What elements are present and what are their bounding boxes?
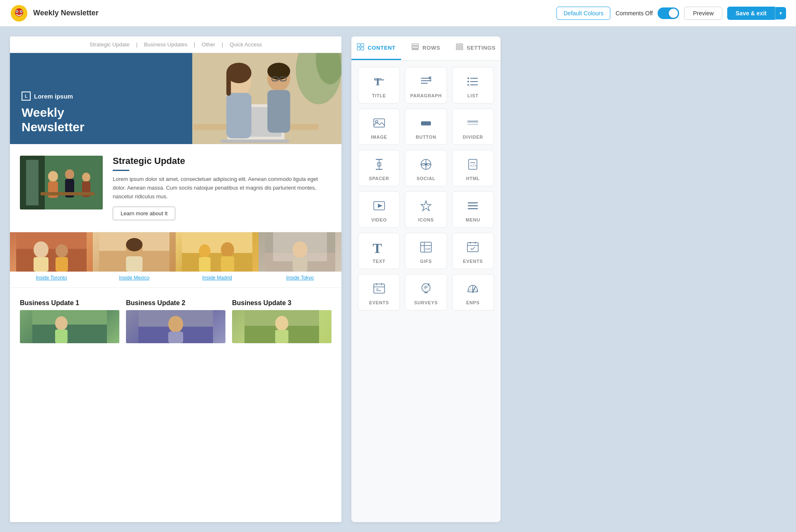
nav-link-quick[interactable]: Quick Access <box>230 41 262 48</box>
content-item-events[interactable]: EVENTS <box>452 233 494 269</box>
comments-toggle[interactable] <box>658 7 679 19</box>
svg-point-39 <box>56 244 68 258</box>
video-icon <box>373 198 386 213</box>
svg-point-37 <box>34 241 48 258</box>
spacer-icon <box>373 157 386 172</box>
svg-rect-34 <box>41 192 94 195</box>
business-title-2: Business Update 2 <box>126 299 225 307</box>
spacer-label: SPACER <box>369 176 389 181</box>
rows-tab-icon <box>411 43 419 52</box>
svg-marker-108 <box>421 201 431 211</box>
learn-more-button[interactable]: Learn more about It <box>113 207 175 220</box>
nav-link-strategic[interactable]: Strategic Update <box>90 41 130 48</box>
tab-rows[interactable]: ROWS <box>401 36 451 60</box>
content-item-enps[interactable]: ENPS <box>452 274 494 311</box>
mexico-image <box>93 232 176 272</box>
events2-icon <box>373 281 386 296</box>
gifs-label: GIFS <box>420 259 432 264</box>
toronto-label[interactable]: Inside Toronto <box>36 275 67 281</box>
content-item-image[interactable]: IMAGE <box>358 108 400 145</box>
tab-settings[interactable]: SETTINGS <box>451 36 501 60</box>
gifs-icon: GIF <box>419 240 433 255</box>
content-item-video[interactable]: VIDEO <box>358 191 400 228</box>
email-header: L Lorem ipsum Weekly Newsletter <box>10 53 341 144</box>
content-item-html[interactable]: </> HTML <box>452 150 494 186</box>
svg-rect-77 <box>456 46 463 48</box>
video-label: VIDEO <box>371 217 387 222</box>
svg-rect-73 <box>412 44 419 46</box>
content-item-events2[interactable]: EVENTS <box>358 274 400 311</box>
svg-rect-47 <box>182 253 252 272</box>
svg-rect-58 <box>32 325 107 343</box>
right-panel: CONTENT ROWS <box>351 36 501 522</box>
svg-text:GIF: GIF <box>425 247 431 251</box>
grid-item-tokyo: Inside Tokyo <box>259 232 341 287</box>
button-icon <box>419 116 433 130</box>
svg-rect-38 <box>34 257 48 272</box>
svg-point-88 <box>467 77 469 79</box>
svg-rect-13 <box>221 140 289 143</box>
madrid-image <box>176 232 259 272</box>
header-logo: L Lorem ipsum <box>22 91 181 101</box>
nav-logo-area: Weekly Newsletter <box>10 4 556 22</box>
svg-point-45 <box>126 238 143 251</box>
content-item-divider[interactable]: DIVIDER <box>452 108 494 145</box>
tokyo-label[interactable]: Inside Tokyo <box>286 275 314 281</box>
svg-point-30 <box>65 169 74 179</box>
html-icon: </> <box>466 157 479 172</box>
save-dropdown-button[interactable]: ▾ <box>775 7 786 19</box>
text-icon: T <box>372 240 387 255</box>
svg-rect-76 <box>456 44 463 45</box>
content-tab-icon <box>357 43 364 52</box>
email-nav-bar: Strategic Update | Business Updates | Ot… <box>10 36 341 53</box>
content-item-social[interactable]: SOCIAL <box>405 150 447 186</box>
strategic-title-underline <box>113 170 129 171</box>
events-label: EVENTS <box>463 259 483 264</box>
business-image-2 <box>126 310 225 343</box>
svg-text:¶: ¶ <box>428 76 432 82</box>
nav-link-other[interactable]: Other <box>202 41 215 48</box>
business-item-3: Business Update 3 <box>232 299 331 343</box>
html-label: HTML <box>466 176 480 181</box>
rows-tab-label: ROWS <box>422 45 440 51</box>
content-item-menu[interactable]: MENU <box>452 191 494 228</box>
save-exit-button[interactable]: Save & exit <box>727 7 775 20</box>
toggle-switch[interactable] <box>658 7 679 19</box>
nav-link-business[interactable]: Business Updates <box>144 41 187 48</box>
content-item-text[interactable]: T TEXT <box>358 233 400 269</box>
madrid-label[interactable]: Inside Madrid <box>202 275 232 281</box>
content-tab-label: CONTENT <box>368 45 395 51</box>
divider-label: DIVIDER <box>463 135 483 140</box>
content-item-icons[interactable]: ICONS <box>405 191 447 228</box>
svg-rect-94 <box>467 120 478 123</box>
header-logo-text: Lorem ipsum <box>34 93 73 100</box>
content-item-surveys[interactable]: SURVEYS <box>405 274 447 311</box>
svg-point-90 <box>467 84 469 86</box>
app-logo-icon <box>10 4 28 22</box>
enps-icon <box>466 281 479 296</box>
svg-rect-68 <box>275 330 288 343</box>
events2-label: EVENTS <box>369 300 389 305</box>
header-overlay: L Lorem ipsum Weekly Newsletter <box>10 53 192 144</box>
divider-icon <box>466 116 479 130</box>
preview-button[interactable]: Preview <box>684 7 722 20</box>
svg-point-67 <box>275 316 288 331</box>
mexico-label[interactable]: Inside Mexico <box>119 275 149 281</box>
svg-point-89 <box>467 81 469 82</box>
text-label: TEXT <box>373 259 385 264</box>
content-item-spacer[interactable]: SPACER <box>358 150 400 186</box>
svg-rect-17 <box>226 73 231 96</box>
header-title: Weekly Newsletter <box>22 106 181 134</box>
tab-content[interactable]: CONTENT <box>351 36 401 60</box>
content-item-button[interactable]: BUTTON <box>405 108 447 145</box>
content-item-gifs[interactable]: GIF GIFS <box>405 233 447 269</box>
enps-label: ENPS <box>466 300 480 305</box>
content-item-title[interactable]: T TITLE <box>358 67 400 104</box>
svg-rect-49 <box>199 257 210 272</box>
content-item-list[interactable]: LIST <box>452 67 494 104</box>
content-item-paragraph[interactable]: ¶ PARAGRAPH <box>405 67 447 104</box>
svg-rect-71 <box>357 47 360 50</box>
svg-point-102 <box>425 163 427 166</box>
svg-rect-75 <box>412 49 419 50</box>
default-colors-button[interactable]: Default Colours <box>556 7 611 20</box>
